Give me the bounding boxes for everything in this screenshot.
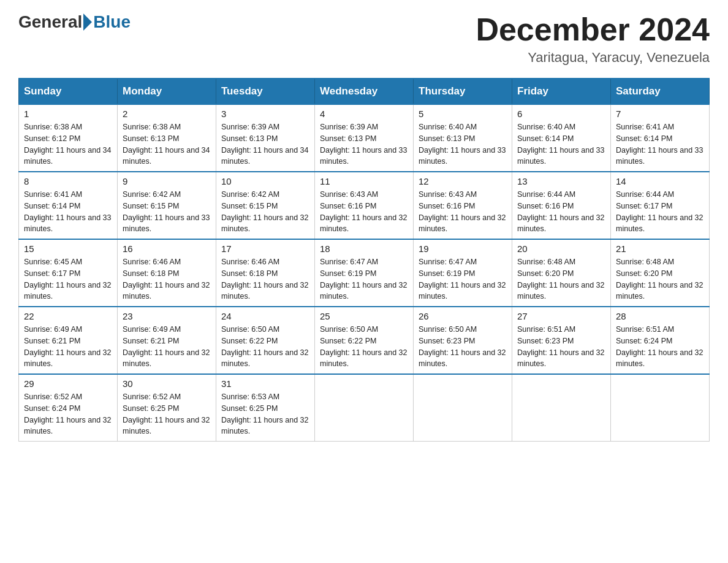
calendar-day-cell: 17 Sunrise: 6:46 AM Sunset: 6:18 PM Dayl… xyxy=(216,239,315,307)
day-number: 30 xyxy=(123,378,211,389)
day-number: 16 xyxy=(123,243,211,254)
day-number: 21 xyxy=(616,243,704,254)
calendar-day-cell: 28 Sunrise: 6:51 AM Sunset: 6:24 PM Dayl… xyxy=(611,307,710,374)
sunrise-label: Sunrise: 6:49 AM xyxy=(123,325,181,334)
day-number: 14 xyxy=(616,176,704,186)
daylight-label: Daylight: 11 hours and 33 minutes. xyxy=(517,146,604,166)
sunset-label: Sunset: 6:12 PM xyxy=(24,134,80,143)
day-info: Sunrise: 6:51 AM Sunset: 6:23 PM Dayligh… xyxy=(517,324,605,370)
calendar-day-cell: 21 Sunrise: 6:48 AM Sunset: 6:20 PM Dayl… xyxy=(611,239,710,307)
calendar-week-row: 15 Sunrise: 6:45 AM Sunset: 6:17 PM Dayl… xyxy=(19,239,710,307)
calendar-day-cell: 25 Sunrise: 6:50 AM Sunset: 6:22 PM Dayl… xyxy=(315,307,414,374)
sunset-label: Sunset: 6:21 PM xyxy=(123,337,179,345)
sunrise-label: Sunrise: 6:49 AM xyxy=(24,325,82,334)
calendar-day-cell: 16 Sunrise: 6:46 AM Sunset: 6:18 PM Dayl… xyxy=(118,239,216,307)
daylight-label: Daylight: 11 hours and 33 minutes. xyxy=(123,213,210,234)
sunset-label: Sunset: 6:23 PM xyxy=(517,337,574,345)
sunrise-label: Sunrise: 6:38 AM xyxy=(24,123,82,131)
daylight-label: Daylight: 11 hours and 32 minutes. xyxy=(123,348,210,369)
day-info: Sunrise: 6:50 AM Sunset: 6:23 PM Dayligh… xyxy=(419,324,507,370)
calendar-day-cell: 11 Sunrise: 6:43 AM Sunset: 6:16 PM Dayl… xyxy=(315,172,414,239)
calendar-day-cell: 6 Sunrise: 6:40 AM Sunset: 6:14 PM Dayli… xyxy=(512,104,611,172)
daylight-label: Daylight: 11 hours and 32 minutes. xyxy=(616,348,703,369)
location-subtitle: Yaritagua, Yaracuy, Venezuela xyxy=(476,50,710,66)
day-number: 17 xyxy=(221,243,309,254)
day-number: 29 xyxy=(24,378,112,389)
day-number: 13 xyxy=(517,176,605,186)
sunrise-label: Sunrise: 6:44 AM xyxy=(517,190,575,199)
day-number: 9 xyxy=(123,176,211,186)
day-info: Sunrise: 6:47 AM Sunset: 6:19 PM Dayligh… xyxy=(419,256,507,302)
sunrise-label: Sunrise: 6:48 AM xyxy=(517,258,575,266)
day-info: Sunrise: 6:38 AM Sunset: 6:13 PM Dayligh… xyxy=(123,121,211,167)
sunset-label: Sunset: 6:19 PM xyxy=(419,269,475,278)
sunset-label: Sunset: 6:24 PM xyxy=(24,404,80,413)
sunset-label: Sunset: 6:19 PM xyxy=(320,269,376,278)
sunrise-label: Sunrise: 6:52 AM xyxy=(123,393,181,401)
daylight-label: Daylight: 11 hours and 32 minutes. xyxy=(419,281,506,301)
calendar-day-cell: 18 Sunrise: 6:47 AM Sunset: 6:19 PM Dayl… xyxy=(315,239,414,307)
page-header: General Blue December 2024 Yaritagua, Ya… xyxy=(18,12,710,66)
calendar-week-row: 1 Sunrise: 6:38 AM Sunset: 6:12 PM Dayli… xyxy=(19,104,710,172)
calendar-day-cell: 7 Sunrise: 6:41 AM Sunset: 6:14 PM Dayli… xyxy=(611,104,710,172)
sunset-label: Sunset: 6:16 PM xyxy=(419,202,475,210)
calendar-day-cell: 29 Sunrise: 6:52 AM Sunset: 6:24 PM Dayl… xyxy=(19,374,118,442)
sunrise-label: Sunrise: 6:41 AM xyxy=(24,190,82,199)
day-number: 10 xyxy=(221,176,309,186)
calendar-day-cell: 15 Sunrise: 6:45 AM Sunset: 6:17 PM Dayl… xyxy=(19,239,118,307)
calendar-day-cell: 8 Sunrise: 6:41 AM Sunset: 6:14 PM Dayli… xyxy=(19,172,118,239)
calendar-table: SundayMondayTuesdayWednesdayThursdayFrid… xyxy=(18,78,710,442)
sunset-label: Sunset: 6:14 PM xyxy=(616,134,672,143)
calendar-day-cell: 23 Sunrise: 6:49 AM Sunset: 6:21 PM Dayl… xyxy=(118,307,216,374)
calendar-day-cell: 4 Sunrise: 6:39 AM Sunset: 6:13 PM Dayli… xyxy=(315,104,414,172)
day-info: Sunrise: 6:43 AM Sunset: 6:16 PM Dayligh… xyxy=(320,189,408,235)
calendar-day-cell: 9 Sunrise: 6:42 AM Sunset: 6:15 PM Dayli… xyxy=(118,172,216,239)
sunset-label: Sunset: 6:15 PM xyxy=(221,202,278,210)
logo-blue-text: Blue xyxy=(93,12,131,32)
sunrise-label: Sunrise: 6:39 AM xyxy=(320,123,378,131)
day-info: Sunrise: 6:44 AM Sunset: 6:16 PM Dayligh… xyxy=(517,189,605,235)
day-info: Sunrise: 6:52 AM Sunset: 6:24 PM Dayligh… xyxy=(24,391,112,437)
calendar-day-cell: 24 Sunrise: 6:50 AM Sunset: 6:22 PM Dayl… xyxy=(216,307,315,374)
daylight-label: Daylight: 11 hours and 34 minutes. xyxy=(123,146,210,166)
day-of-week-header: Thursday xyxy=(414,79,512,104)
sunrise-label: Sunrise: 6:40 AM xyxy=(517,123,575,131)
sunrise-label: Sunrise: 6:40 AM xyxy=(419,123,477,131)
day-of-week-header: Monday xyxy=(118,79,216,104)
sunset-label: Sunset: 6:13 PM xyxy=(221,134,278,143)
calendar-day-cell: 20 Sunrise: 6:48 AM Sunset: 6:20 PM Dayl… xyxy=(512,239,611,307)
sunrise-label: Sunrise: 6:53 AM xyxy=(221,393,279,401)
daylight-label: Daylight: 11 hours and 32 minutes. xyxy=(221,213,308,234)
day-info: Sunrise: 6:50 AM Sunset: 6:22 PM Dayligh… xyxy=(320,324,408,370)
calendar-day-cell: 13 Sunrise: 6:44 AM Sunset: 6:16 PM Dayl… xyxy=(512,172,611,239)
sunset-label: Sunset: 6:17 PM xyxy=(24,269,80,278)
day-info: Sunrise: 6:39 AM Sunset: 6:13 PM Dayligh… xyxy=(221,121,309,167)
day-number: 27 xyxy=(517,311,605,321)
day-number: 25 xyxy=(320,311,408,321)
daylight-label: Daylight: 11 hours and 32 minutes. xyxy=(419,348,506,369)
day-info: Sunrise: 6:40 AM Sunset: 6:14 PM Dayligh… xyxy=(517,121,605,167)
daylight-label: Daylight: 11 hours and 32 minutes. xyxy=(320,281,407,301)
calendar-day-cell: 30 Sunrise: 6:52 AM Sunset: 6:25 PM Dayl… xyxy=(118,374,216,442)
sunset-label: Sunset: 6:20 PM xyxy=(517,269,574,278)
sunset-label: Sunset: 6:16 PM xyxy=(320,202,376,210)
daylight-label: Daylight: 11 hours and 32 minutes. xyxy=(517,281,604,301)
day-number: 23 xyxy=(123,311,211,321)
calendar-day-cell: 12 Sunrise: 6:43 AM Sunset: 6:16 PM Dayl… xyxy=(414,172,512,239)
sunrise-label: Sunrise: 6:50 AM xyxy=(221,325,279,334)
daylight-label: Daylight: 11 hours and 32 minutes. xyxy=(123,281,210,301)
daylight-label: Daylight: 11 hours and 32 minutes. xyxy=(123,416,210,436)
daylight-label: Daylight: 11 hours and 32 minutes. xyxy=(24,348,111,369)
sunset-label: Sunset: 6:18 PM xyxy=(221,269,278,278)
sunset-label: Sunset: 6:18 PM xyxy=(123,269,179,278)
day-number: 31 xyxy=(221,378,309,389)
sunset-label: Sunset: 6:22 PM xyxy=(320,337,376,345)
day-of-week-header: Saturday xyxy=(611,79,710,104)
sunrise-label: Sunrise: 6:41 AM xyxy=(616,123,674,131)
sunrise-label: Sunrise: 6:38 AM xyxy=(123,123,181,131)
sunrise-label: Sunrise: 6:47 AM xyxy=(320,258,378,266)
day-number: 4 xyxy=(320,109,408,119)
day-number: 18 xyxy=(320,243,408,254)
day-of-week-header: Friday xyxy=(512,79,611,104)
calendar-day-cell: 14 Sunrise: 6:44 AM Sunset: 6:17 PM Dayl… xyxy=(611,172,710,239)
